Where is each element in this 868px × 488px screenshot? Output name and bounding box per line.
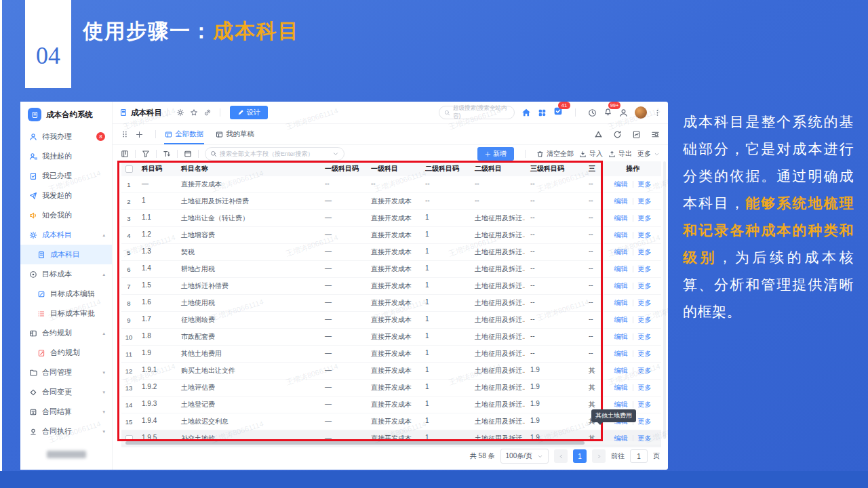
edit-link[interactable]: 编辑: [614, 230, 628, 240]
sidebar-item-待我办理[interactable]: 待我办理8: [20, 127, 112, 146]
prev-page-button[interactable]: [554, 449, 568, 463]
sidebar-item-合同变更[interactable]: 合同变更▾: [20, 382, 112, 402]
sidebar-item-目标成本[interactable]: 目标成本▴: [20, 264, 112, 284]
sidebar-item-目标成本审批[interactable]: 目标成本审批: [20, 304, 112, 323]
more-link[interactable]: 更多: [638, 214, 652, 223]
home-icon[interactable]: [521, 108, 531, 117]
horizontal-scrollbar-thumb[interactable]: [125, 441, 585, 445]
favorite-star-icon[interactable]: [190, 108, 198, 117]
more-link[interactable]: 更多: [638, 400, 652, 409]
edit-link[interactable]: 编辑: [614, 349, 628, 359]
tab-my-draft[interactable]: 我的草稿: [215, 124, 255, 144]
table-row[interactable]: 151.9.4土地款迟交利息—直接开发成本1土地征用及拆迁...1.9其编辑更多: [121, 413, 661, 430]
page-size-select[interactable]: 100条/页: [500, 449, 549, 464]
edit-link[interactable]: 编辑: [614, 197, 628, 206]
tab-all-data[interactable]: 全部数据: [164, 124, 204, 144]
edit-link[interactable]: 编辑: [614, 400, 628, 409]
add-view-icon[interactable]: [136, 131, 143, 138]
table-row[interactable]: 1.9.5补交土地款—直接开发成本1土地征用及拆迁...1.9其编辑更多: [121, 430, 661, 447]
new-record-button[interactable]: 新增: [477, 147, 514, 161]
avatar[interactable]: [635, 106, 647, 119]
edit-link[interactable]: 编辑: [614, 281, 628, 291]
table-row[interactable]: 21土地征用及拆迁补偿费—直接开发成本--------编辑更多: [121, 193, 661, 210]
table-row[interactable]: 131.9.2土地评估费—直接开发成本1土地征用及拆迁...1.9其编辑更多: [121, 380, 661, 396]
table-row[interactable]: 71.5土地拆迁补偿费—直接开发成本1土地征用及拆迁...----编辑更多: [121, 278, 661, 295]
more-kebab-icon[interactable]: [654, 109, 661, 117]
edit-link[interactable]: 编辑: [614, 180, 628, 189]
vertical-scrollbar[interactable]: [663, 161, 666, 439]
edit-link[interactable]: 编辑: [614, 264, 628, 274]
more-button[interactable]: 更多: [637, 149, 660, 159]
table-row[interactable]: 41.2土地增容费—直接开发成本1土地征用及拆迁...----编辑更多: [121, 227, 661, 244]
table-row[interactable]: 91.7征地测绘费—直接开发成本1土地征用及拆迁...----编辑更多: [121, 312, 661, 329]
table-row[interactable]: 51.3契税—直接开发成本1土地征用及拆迁...----编辑更多: [121, 244, 661, 261]
sidebar-item-合约规划[interactable]: 合约规划: [20, 343, 112, 363]
text-sort-icon[interactable]: [163, 150, 171, 158]
sidebar-item-目标成本编辑[interactable]: 目标成本编辑: [20, 284, 112, 304]
export-button[interactable]: 导出: [608, 149, 632, 159]
column-settings-icon[interactable]: [651, 130, 660, 139]
more-link[interactable]: 更多: [638, 230, 652, 240]
more-link[interactable]: 更多: [638, 417, 652, 426]
edit-link[interactable]: 编辑: [614, 214, 628, 223]
filter-funnel-icon[interactable]: [142, 150, 150, 158]
more-link[interactable]: 更多: [638, 332, 652, 342]
sidebar-item-我挂起的[interactable]: 我挂起的: [20, 146, 112, 166]
more-link[interactable]: 更多: [638, 281, 652, 291]
edit-link[interactable]: 编辑: [614, 298, 628, 308]
edit-link[interactable]: 编辑: [614, 332, 628, 342]
clear-all-button[interactable]: 清空全部: [536, 149, 574, 159]
edit-link[interactable]: 编辑: [614, 247, 628, 257]
notifications-button[interactable]: 99+: [604, 106, 612, 119]
global-search-input[interactable]: 超级搜索(搜索全站内容): [439, 106, 515, 119]
design-button[interactable]: 设计: [230, 106, 268, 119]
table-row[interactable]: 81.6土地使用税—直接开发成本1土地征用及拆迁...----编辑更多: [121, 295, 661, 312]
tasks-button[interactable]: 41: [553, 106, 563, 119]
table-row[interactable]: 121.9.1购买土地出让文件—直接开发成本1土地征用及拆迁...1.9其编辑更…: [121, 363, 661, 380]
board-view-icon[interactable]: [184, 150, 192, 158]
table-row[interactable]: 141.9.3土地登记费—直接开发成本1土地征用及拆迁...1.9其编辑更多: [121, 396, 661, 413]
user-icon[interactable]: [619, 108, 628, 117]
refresh-icon[interactable]: [613, 130, 622, 139]
more-link[interactable]: 更多: [638, 383, 652, 392]
import-button[interactable]: 导入: [579, 149, 603, 159]
more-link[interactable]: 更多: [638, 349, 652, 359]
settings-gear-icon[interactable]: [176, 108, 184, 117]
select-all-checkbox[interactable]: [125, 165, 133, 173]
sidebar-item-我发起的[interactable]: 我发起的: [20, 186, 112, 205]
more-link[interactable]: 更多: [638, 197, 652, 206]
next-page-button[interactable]: [592, 449, 606, 463]
more-link[interactable]: 更多: [638, 298, 652, 308]
sidebar-item-合同执行[interactable]: 合同执行▾: [20, 422, 112, 441]
sidebar-item-成本科目[interactable]: 成本科目: [20, 245, 112, 264]
goto-page-input[interactable]: 1: [630, 449, 648, 463]
current-page-button[interactable]: 1: [573, 449, 587, 463]
more-link[interactable]: 更多: [638, 180, 652, 189]
edit-link[interactable]: 编辑: [614, 383, 628, 392]
more-link[interactable]: 更多: [638, 264, 652, 274]
edit-link[interactable]: 编辑: [614, 315, 628, 325]
sidebar-item-成本科目[interactable]: 成本科目▴: [20, 225, 112, 245]
apps-grid-icon[interactable]: [538, 108, 547, 117]
drag-handle-icon[interactable]: [121, 130, 129, 138]
table-search-input[interactable]: 搜索全部文本字段（按Enter搜索）: [205, 147, 344, 161]
history-clock-icon[interactable]: [588, 108, 597, 117]
more-link[interactable]: 更多: [638, 315, 652, 325]
sidebar-item-合约规划[interactable]: 合约规划▴: [20, 323, 112, 343]
sidebar-item-我已办理[interactable]: 我已办理: [20, 166, 112, 186]
sidebar-item-知会我的[interactable]: 知会我的: [20, 205, 112, 225]
more-link[interactable]: 更多: [638, 366, 652, 375]
page-tab[interactable]: 成本科目: [119, 108, 162, 118]
more-link[interactable]: 更多: [638, 247, 652, 257]
kanban-view-icon[interactable]: [121, 150, 129, 158]
table-row[interactable]: 1—直接开发成本------------编辑更多: [121, 176, 661, 193]
table-row[interactable]: 31.1土地出让金（转让费）—直接开发成本1土地征用及拆迁...----编辑更多: [121, 210, 661, 227]
table-row[interactable]: 111.9其他土地费用—直接开发成本1土地征用及拆迁...----编辑更多: [121, 346, 661, 363]
table-row[interactable]: 101.8市政配套费—直接开发成本1土地征用及拆迁...----编辑更多: [121, 329, 661, 346]
table-row[interactable]: 61.4耕地占用税—直接开发成本1土地征用及拆迁...----编辑更多: [121, 261, 661, 278]
report-icon[interactable]: [632, 130, 641, 139]
share-view-icon[interactable]: [594, 130, 603, 139]
sidebar-item-合同管理[interactable]: 合同管理▾: [20, 363, 112, 382]
edit-link[interactable]: 编辑: [614, 366, 628, 375]
sidebar-item-合同结算[interactable]: 合同结算▾: [20, 402, 112, 422]
